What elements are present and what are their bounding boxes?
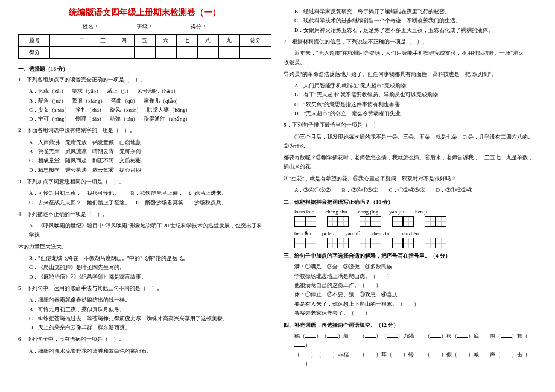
char-grid[interactable]: [425, 238, 446, 248]
q7-c: C．"双刃剑"的意思是指这件事情有利也有害: [294, 100, 537, 109]
fill-blank[interactable]: [501, 332, 512, 338]
s3-l1: 学校操场北边墙上满是爬山虎。（ ）: [294, 272, 537, 281]
q5-d: D．天上的朵朵白云像羊群一样东游西荡。: [29, 323, 271, 332]
q2-d: D．精忠报国 秉公执法 腾云驾雾 提心吊胆: [29, 166, 271, 175]
q7-d: D．"无人超市"的创立一定会令劳动者们失业: [294, 109, 537, 118]
q1-d: D．宁可（nìng） 铡哪（dāo） 动弹（tán） 涨得通红（zhǎng）: [29, 115, 271, 124]
q4-a: A．《呼风唤雨的世纪》题目中"呼风唤雨"形象地说明了 20 世纪科学技术的迅猛发…: [29, 221, 271, 240]
class-label: 班级：: [137, 24, 153, 30]
fill-blank[interactable]: [365, 332, 376, 338]
s3-l5: 爷爷去老家休养去了。（ ）: [294, 309, 537, 318]
fill-blank[interactable]: [501, 350, 512, 356]
q3-cd: C．古来征战几人回？ 她们踏上了征途。 D．醉卧沙场君莫笑， 沙场秋点兵。: [29, 198, 271, 207]
s3-l4: 要是有人来了，你休想上下爬山的一根篱。（ ）: [294, 300, 537, 309]
q7: 7．根据材料提供的信息，下列说法不正确的一项是（ ）。: [284, 37, 537, 46]
fill-blank[interactable]: [430, 350, 441, 356]
grid-row-2: [294, 238, 537, 248]
fill-blank[interactable]: [294, 341, 305, 347]
q4-b: B．"但使龙城飞将在，不教胡马度阴山。"中的"飞将"指的是岳飞。: [29, 254, 271, 263]
s4-line2: （）（）非福 （）耳（）铃 （）假（）威 声（）击（）: [294, 350, 537, 369]
char-grid[interactable]: [360, 238, 381, 248]
fill-blank[interactable]: [305, 332, 316, 338]
q1-a: A．运载（zài） 要求（yāo） 系上（jì） 风号浪吼（hǎo）: [29, 87, 271, 96]
char-grid[interactable]: [294, 238, 316, 248]
table-row: 题号 一 二 三 四 五 六 七 八 九 总分: [19, 35, 271, 47]
char-grid[interactable]: [294, 216, 316, 227]
section-2-head: 二、你能根据拼音把词语写正确吗？（10 分）: [284, 198, 537, 206]
left-column: 统编版语文四年级上册期末检测卷（一） 姓名： 班级： 得分： 题号 一 二 三 …: [12, 7, 278, 385]
q5-c: C．蜘蛛把苍蝇拖过去，等苍蝇挣扎得筋疲力尽，蜘蛛才高高兴兴享用了这顿美餐。: [29, 314, 271, 323]
q4-d: D．《麻鹊治病》和《纪昌学射》都是寓言故事。: [29, 273, 271, 282]
fill-blank[interactable]: [387, 332, 398, 338]
q7-a: A．人们用智能手机就能在"无人超市"完成购物: [294, 81, 537, 90]
q3: 3．下列加点字词意思相同的一项是（ ）。: [18, 177, 271, 186]
char-grid[interactable]: [327, 238, 349, 248]
q1-c: C．少女（shào） 挣扎（zhá） 旋风（xuán） 哄堂大笑（hōng）: [29, 106, 271, 115]
right-column: B．经过科学家反复研究，终于揭开了蝙蝠能在夜里飞行的秘密。 C．现代科学技术的进…: [278, 7, 543, 385]
exam-title: 统编版语文四年级上册期末检测卷（一）: [18, 7, 271, 18]
fill-blank[interactable]: [365, 350, 376, 356]
char-grid[interactable]: [392, 216, 414, 227]
section-3-head: 三、给句子中加点的字选择合适的解释，把序号写在括号里。（4 分）: [284, 252, 537, 260]
section-4-head: 四、补充词语，再选择两个词语填空。（12 分）: [284, 321, 537, 329]
fill-blank[interactable]: [392, 350, 403, 356]
q2-b: B．鸦雀无声 威风凛凛 晴阴云青 无可奈何: [29, 147, 271, 156]
q5-a: A．细细的春雨就像春姑娘纺出的线一样。: [29, 296, 271, 305]
grid-row-1: [294, 216, 537, 227]
char-grid[interactable]: [425, 216, 446, 227]
q7-b: B．有了"无人超市"就不需要收银员、导购员也可以完成购物: [294, 90, 537, 100]
q5: 5．下列句中，运用的修辞手法与其他三句不同的是（ ）。: [18, 284, 271, 293]
q8-opts: A．③④①⑤② B．③④①⑤② C．①②④⑤③ D．③①⑤②④: [294, 186, 537, 195]
q6-b: B．经过科学家反复研究，终于揭开了蝙蝠能在夜里飞行的秘密。: [294, 7, 537, 16]
q8: 8．下列句子排序最恰当的一项是（ ）: [284, 121, 537, 130]
q3-ab: A．可怜九月初三夜， 我很可怜他。 B．欲饮琵琶马上催， 让她马上进来。: [29, 189, 271, 198]
score-table: 题号 一 二 三 四 五 六 七 八 九 总分 得分: [18, 34, 271, 59]
s3-l2: 他很满意自己的这份工作。（ ）: [294, 281, 537, 290]
fill-blank[interactable]: [300, 350, 311, 356]
q7-p1: 近年来，"无人超市"在杭州闪亮登场，人们用智能手机扫码完成支付，不用排队结账。一…: [284, 49, 537, 68]
q2-c: C．相貌堂堂 随风而起 刚正不阿 文质彬彬: [29, 156, 271, 165]
q2-a: A．人声鼎沸 无庸无放 鹤发童颜 山崩地割: [29, 138, 271, 147]
q4-c: C．《爬山虎的脚》是叶圣陶先生写的。: [29, 263, 271, 272]
q8-p3: 叫"生花"，就是有希望的花。⑤我心里起了疑问，双双对对不是很好吗？: [284, 174, 537, 183]
fill-blank[interactable]: [294, 359, 305, 365]
meta-row: 姓名： 班级： 得分：: [18, 23, 271, 31]
q8-p2: 都要奇数呢？③刚学插花时，老师教怎么插，我就怎么插。④后来，老师告诉我，一三五七…: [284, 153, 537, 172]
s3-def: 满：①满足 ②全 ③骄傲 ④多数民族: [294, 262, 537, 271]
q6-d: D．女娲用神火冶炼五彩石，足足炼了差不多五天五夜，五彩石化成了稠稠的液体。: [294, 26, 537, 35]
q6-c: C．现代科学技术的进步继续创造一个个奇迹，不断改善我们的生活。: [294, 16, 537, 25]
char-grid[interactable]: [327, 216, 349, 227]
q7-p2: 导购员"的革命浩浩荡荡地开始了。但任何事物都具有两面性，高科技也是一把"双刃剑"…: [284, 70, 537, 79]
q8-p1: ①三个月后，我发现她每次插的花不是一朵、三朵、五朵，就是七朵、九朵，几乎没有二四…: [284, 133, 537, 151]
section-1-head: 一、选择题（16 分）: [18, 65, 271, 73]
q6: 6．下列句子中，没有语病的一项是（ ）。: [18, 335, 271, 344]
pinyin-row-2: bēi cǎn pí láo yán hǔ shèn zhì tiáozhěn: [294, 230, 537, 236]
q1: 1．下列各组加点字的读音完全正确的一项是（ ）。: [18, 75, 271, 84]
table-row: 得分: [19, 47, 271, 59]
score-label: 得分：: [191, 24, 207, 30]
q2: 2．下面各组词语中没有错别字的一组是（ ）。: [18, 126, 271, 135]
fill-blank[interactable]: [322, 350, 332, 356]
q4-a2: 术的力量巨大强大。: [18, 242, 271, 251]
char-grid[interactable]: [360, 216, 381, 227]
name-label: 姓名：: [83, 24, 99, 30]
q1-b: B．配角（jué） 降服（xiáng） 弯曲（qū） 家雀儿（qiǎo）: [29, 96, 271, 106]
char-grid[interactable]: [392, 238, 414, 248]
s3-l3: 休：①停止 ②不要、别 ③欢息 ④喜庆: [294, 290, 537, 299]
q6-a: A．细细的溪水流着野花的清香和灰白色的鹅卵石。: [29, 347, 271, 356]
pinyin-row-1: kuān kuò chéng shú cōng jīng yán jiū hén…: [294, 209, 537, 215]
s4-line1: 鹤（）（）颜 （）（）力竭 （）根（）底 围（）救（）: [294, 332, 537, 350]
q5-b: B．可怜九月初三夜，露似真珠月似弓。: [29, 305, 271, 314]
fill-blank[interactable]: [457, 350, 468, 356]
fill-blank[interactable]: [457, 332, 468, 338]
fill-blank[interactable]: [430, 332, 441, 338]
q4: 4．下列描述不正确的一项是（ ）。: [18, 210, 271, 219]
fill-blank[interactable]: [327, 332, 338, 338]
